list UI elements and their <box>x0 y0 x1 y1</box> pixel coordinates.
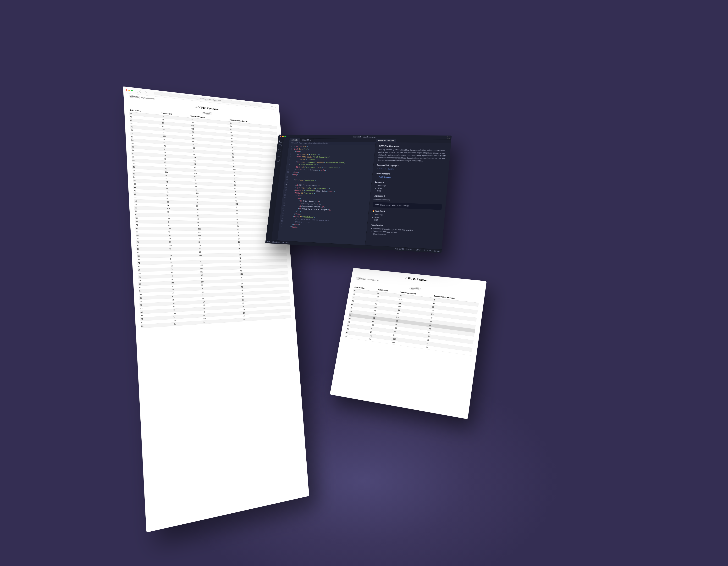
table-row[interactable]: B3315460 <box>132 172 281 183</box>
table-row[interactable]: B5-45-3590 <box>131 142 279 156</box>
table-row[interactable]: A1107630 <box>129 112 277 129</box>
table-row[interactable]: B210510815 <box>132 169 281 180</box>
readme-preview[interactable]: A CSV (Comma Separated Values) File Revi… <box>366 148 451 242</box>
table-row[interactable]: A5-20-48100 <box>136 237 286 241</box>
status-indent[interactable]: Spaces: 2 <box>406 249 414 251</box>
status-eol[interactable]: LF <box>423 250 425 251</box>
table-row[interactable]: B4123870 <box>137 250 287 255</box>
team-member-link[interactable]: Pratik Derepatil <box>379 176 391 178</box>
table-row[interactable]: B1748228 <box>134 203 283 210</box>
table-row[interactable]: A5-20-48100 <box>140 305 291 317</box>
source-control-icon[interactable] <box>278 149 281 152</box>
table-row[interactable]: B5-45-3590 <box>139 287 289 296</box>
layout-icon[interactable] <box>447 136 450 139</box>
clear-data-button[interactable]: Clear Data <box>202 112 212 115</box>
new-tab-icon[interactable]: + <box>271 105 273 108</box>
status-problems[interactable]: 0 Problems <box>272 241 280 243</box>
table-row[interactable]: A48516040 <box>136 234 285 238</box>
table-row[interactable]: B5-45-3590 <box>135 217 284 222</box>
tab-readme[interactable]: README.md <box>300 139 314 142</box>
table-row[interactable]: B3315460 <box>140 315 291 328</box>
table-row[interactable]: A1107630 <box>131 149 280 162</box>
table-row[interactable]: A48516040 <box>132 159 280 171</box>
close-icon[interactable] <box>280 136 281 137</box>
table-row[interactable]: B210510815 <box>130 132 278 147</box>
table-row[interactable]: A1107630 <box>139 293 290 303</box>
table-row[interactable]: B3315460 <box>130 135 279 150</box>
breadcrumb[interactable]: index.html <box>291 142 298 144</box>
table-row[interactable]: B1748228 <box>130 128 278 144</box>
table-row[interactable]: B1748228 <box>136 241 286 244</box>
table-row[interactable]: A48516040 <box>134 196 283 204</box>
table-row[interactable]: A2-90-19595 <box>139 296 290 307</box>
breadcrumb[interactable]: div.container <box>308 142 317 144</box>
status-port[interactable]: Port : 5500 <box>281 242 289 244</box>
table-row[interactable]: A5-20-48100 <box>132 162 280 174</box>
run-debug-icon[interactable] <box>277 154 280 157</box>
share-icon[interactable]: ⤴ <box>269 105 270 107</box>
window-controls[interactable] <box>280 136 286 137</box>
table-row[interactable]: B4123870 <box>131 139 279 153</box>
table-row[interactable]: A37612025 <box>138 265 288 272</box>
code-editor[interactable]: 1234567891011121314151617181920212223242… <box>277 144 375 245</box>
table-row[interactable]: B3315460 <box>138 281 289 289</box>
maximize-icon[interactable] <box>284 136 286 137</box>
back-icon[interactable] <box>139 90 143 93</box>
status-encoding[interactable]: UTF-8 <box>416 249 420 251</box>
table-row[interactable]: B4123870 <box>135 213 284 219</box>
clear-data-button[interactable]: Clear Data <box>409 287 421 290</box>
table-row[interactable]: B682248 <box>133 182 282 192</box>
window-controls[interactable] <box>126 89 133 91</box>
choose-file-button[interactable]: Choose File <box>356 277 366 281</box>
table-row[interactable]: B682248 <box>135 220 284 225</box>
sidebar-toggle-icon[interactable] <box>136 90 138 93</box>
table-row[interactable]: B1748228 <box>140 308 291 321</box>
minimize-icon[interactable] <box>282 136 284 137</box>
close-icon[interactable] <box>126 89 127 91</box>
table-row[interactable]: A37612025 <box>133 193 282 201</box>
table-row[interactable]: A48516040 <box>130 122 278 138</box>
table-row[interactable]: A2-90-19595 <box>129 115 277 132</box>
breadcrumb[interactable]: h1.section-title <box>318 142 328 144</box>
breadcrumb[interactable]: html <box>299 142 302 144</box>
table-row[interactable]: A48516040 <box>138 268 288 275</box>
explorer-icon[interactable] <box>279 140 282 143</box>
forward-icon[interactable] <box>143 91 147 94</box>
status-go-live[interactable]: Go Live <box>434 250 440 252</box>
table-row[interactable]: A1107630 <box>135 223 285 228</box>
table-row[interactable]: A2-90-19595 <box>137 262 287 268</box>
table-row[interactable]: A37612025 <box>140 299 290 310</box>
tab-preview-readme[interactable]: Preview README.md <box>376 139 396 143</box>
table-row[interactable]: B210510815 <box>136 244 286 248</box>
address-bar[interactable]: Search or enter website name <box>154 92 262 107</box>
table-row[interactable]: A2-90-19595 <box>131 152 280 165</box>
table-row[interactable]: B5-45-3590 <box>137 253 287 258</box>
table-row[interactable]: B210510815 <box>140 312 291 324</box>
table-row[interactable]: A5-20-48100 <box>138 271 288 279</box>
breadcrumb[interactable]: body <box>303 142 307 144</box>
maximize-icon[interactable] <box>131 90 133 91</box>
vscode-sidebar[interactable] <box>271 138 290 240</box>
search-icon[interactable] <box>279 145 282 147</box>
status-language[interactable]: HTML <box>427 250 432 252</box>
status-branch[interactable]: main <box>267 241 270 243</box>
table-row[interactable]: B4123870 <box>139 283 289 293</box>
table-row[interactable]: A2-90-19595 <box>135 227 285 232</box>
deployed-link[interactable]: CSV File Reviewer <box>379 168 394 170</box>
breadcrumbs[interactable]: index.html› html› body› div.container› h… <box>289 142 376 145</box>
choose-file-button[interactable]: Choose File <box>129 95 140 99</box>
table-row[interactable]: A5-20-48100 <box>130 125 278 141</box>
table-row[interactable]: B682248 <box>131 145 279 159</box>
table-row[interactable]: A5-20-48100 <box>134 199 283 207</box>
minimize-icon[interactable] <box>128 89 130 91</box>
table-row[interactable]: A48516040 <box>140 302 291 314</box>
table-row[interactable]: A37612025 <box>132 155 280 168</box>
tab-index-html[interactable]: index.html <box>289 139 300 142</box>
status-cursor[interactable]: Ln 16, Col 33 <box>394 248 404 250</box>
table-row[interactable]: A37612025 <box>135 230 285 234</box>
table-row[interactable]: B1748228 <box>138 275 288 283</box>
table-row[interactable]: A37612025 <box>130 118 277 135</box>
table-row[interactable]: A2-90-19595 <box>133 189 282 198</box>
table-row[interactable]: B682248 <box>139 290 290 300</box>
table-row[interactable]: A1107630 <box>133 186 282 195</box>
